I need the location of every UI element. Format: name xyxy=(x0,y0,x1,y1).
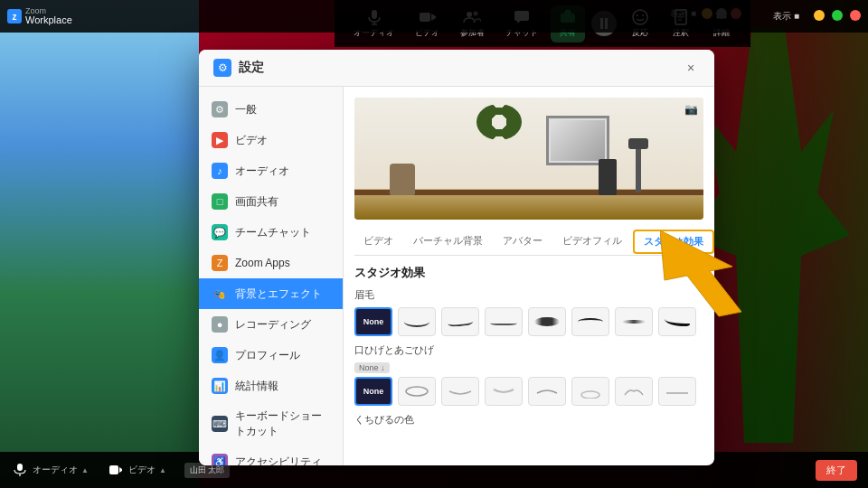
preview-frame xyxy=(546,116,609,165)
bottom-video-icon xyxy=(107,461,125,479)
bottom-audio[interactable]: オーディオ ▲ xyxy=(11,461,89,479)
bottom-video[interactable]: ビデオ ▲ xyxy=(107,461,166,479)
beard-item-2[interactable] xyxy=(441,377,479,406)
app-name: Zoom Workplace xyxy=(25,7,72,25)
preview-vase xyxy=(390,164,415,195)
profile-icon: 👤 xyxy=(212,347,228,363)
eyebrow-item-7[interactable] xyxy=(658,307,696,336)
studio-section-title: スタジオ効果 xyxy=(354,265,703,281)
nav-profile-label: プロフィール xyxy=(235,348,300,363)
tab-studio-effects[interactable]: スタジオ効果 xyxy=(633,230,714,254)
nav-recording-label: レコーディング xyxy=(235,317,311,333)
preview-lamp xyxy=(636,147,641,192)
audio-nav-icon: ♪ xyxy=(212,163,228,179)
minimize-button[interactable] xyxy=(814,10,825,21)
svg-rect-30 xyxy=(109,465,118,474)
settings-icon xyxy=(213,59,231,77)
beard-item-7[interactable] xyxy=(658,377,696,406)
nav-profile[interactable]: 👤 プロフィール xyxy=(199,340,343,371)
bg-effects-icon: 🎭 xyxy=(212,286,228,302)
nav-recording[interactable]: ● レコーディング xyxy=(199,309,343,340)
nav-stats-label: 統計情報 xyxy=(235,379,278,394)
nav-teamchat[interactable]: 💬 チームチャット xyxy=(199,217,343,248)
studio-effects-panel: スタジオ効果 眉毛 None xyxy=(354,265,703,427)
eyebrow-items-row: None xyxy=(354,307,703,336)
beard-category: 口ひげとあごひげ xyxy=(354,343,703,357)
eyebrow-none[interactable]: None xyxy=(354,307,392,336)
eyebrow-category: 眉毛 xyxy=(354,288,703,302)
nav-video-label: ビデオ xyxy=(235,133,268,148)
close-button[interactable] xyxy=(850,10,861,21)
nav-bg-effects[interactable]: 🎭 背景とエフェクト xyxy=(199,278,343,309)
settings-title: 設定 xyxy=(239,60,264,76)
camera-preview: 📷 xyxy=(354,98,703,220)
beard-item-3[interactable] xyxy=(485,377,523,406)
tab-virtual-bg[interactable]: バーチャル背景 xyxy=(404,229,492,255)
nav-accessibility-label: アクセシビリティ xyxy=(235,455,322,466)
nav-screenshare[interactable]: □ 画面共有 xyxy=(199,186,343,217)
preview-room xyxy=(354,98,703,220)
settings-close-button[interactable]: × xyxy=(682,59,700,77)
nav-zoomapps[interactable]: Z Zoom Apps xyxy=(199,248,343,278)
eyebrow-item-5[interactable] xyxy=(571,307,609,336)
screenshare-icon: □ xyxy=(212,193,228,210)
video-nav-icon: ▶ xyxy=(212,132,228,148)
beard-item-4[interactable] xyxy=(528,377,566,406)
eyebrow-item-1[interactable] xyxy=(398,307,436,336)
settings-content: 📷 ビデオ バーチャル背景 アバター ビデオフィル スタジオ効果 スタジオ効果 … xyxy=(344,87,714,465)
eyebrow-item-6[interactable] xyxy=(615,307,653,336)
nav-teamchat-label: チームチャット xyxy=(235,225,311,240)
beard-item-1[interactable] xyxy=(398,377,436,406)
eyebrow-item-4[interactable] xyxy=(528,307,566,336)
nav-accessibility[interactable]: ♿ アクセシビリティ xyxy=(199,446,343,465)
svg-marker-31 xyxy=(119,467,122,473)
beard-item-5[interactable] xyxy=(571,377,609,406)
nav-stats[interactable]: 📊 統計情報 xyxy=(199,371,343,401)
tab-avatar[interactable]: アバター xyxy=(494,229,552,255)
nav-screenshare-label: 画面共有 xyxy=(235,194,278,210)
eyebrow-item-3[interactable] xyxy=(485,307,523,336)
bottom-video-label: ビデオ xyxy=(128,464,156,476)
nav-video[interactable]: ▶ ビデオ xyxy=(199,125,343,155)
zoomapps-icon: Z xyxy=(212,255,228,271)
end-meeting-button[interactable]: 終了 xyxy=(816,460,857,481)
nav-general-label: 一般 xyxy=(235,102,257,117)
effect-tabs: ビデオ バーチャル背景 アバター ビデオフィル スタジオ効果 xyxy=(354,229,703,256)
tab-video[interactable]: ビデオ xyxy=(354,229,402,255)
nav-keyboard[interactable]: ⌨ キーボードショートカット xyxy=(199,401,343,446)
beard-none-row: None ↓ xyxy=(354,362,703,373)
bottom-mic-icon xyxy=(11,461,29,479)
settings-dialog: 設定 × ⚙ 一般 ▶ ビデオ ♪ オーディオ □ 画面共有 💬 チーム xyxy=(199,50,714,465)
nav-audio-label: オーディオ xyxy=(235,164,289,179)
nav-zoomapps-label: Zoom Apps xyxy=(235,257,290,269)
eyebrow-item-2[interactable] xyxy=(441,307,479,336)
titlebar: Zoom Workplace 表示 ■ xyxy=(0,0,868,33)
settings-sidebar: ⚙ 一般 ▶ ビデオ ♪ オーディオ □ 画面共有 💬 チームチャット Z Zo… xyxy=(199,87,344,465)
bottom-audio-label: オーディオ xyxy=(33,464,78,476)
maximize-button[interactable] xyxy=(832,10,843,21)
teamchat-icon: 💬 xyxy=(212,224,228,240)
audio-chevron: ▲ xyxy=(81,466,89,474)
app-logo: Zoom Workplace xyxy=(7,7,72,25)
beard-item-6[interactable] xyxy=(615,377,653,406)
svg-rect-28 xyxy=(17,464,23,471)
preview-object xyxy=(599,159,617,195)
keyboard-icon: ⌨ xyxy=(212,416,228,432)
nav-audio[interactable]: ♪ オーディオ xyxy=(199,155,343,186)
beard-none-badge: None ↓ xyxy=(354,362,390,373)
beard-none[interactable]: None xyxy=(354,377,392,406)
accessibility-icon: ♿ xyxy=(212,454,228,465)
svg-point-24 xyxy=(406,387,428,396)
tab-videofil[interactable]: ビデオフィル xyxy=(553,229,631,255)
nav-general[interactable]: ⚙ 一般 xyxy=(199,94,343,125)
workplace-text: Workplace xyxy=(25,15,72,25)
recording-icon: ● xyxy=(212,316,228,333)
nav-keyboard-label: キーボードショートカット xyxy=(235,408,330,439)
general-icon: ⚙ xyxy=(212,101,228,117)
preview-wreath xyxy=(476,104,522,140)
display-label: 表示 ■ xyxy=(773,10,799,23)
video-chevron: ▲ xyxy=(159,466,166,474)
preview-frame-inner xyxy=(551,120,605,161)
preview-camera-icon[interactable]: 📷 xyxy=(684,103,698,116)
stats-icon: 📊 xyxy=(212,378,228,394)
